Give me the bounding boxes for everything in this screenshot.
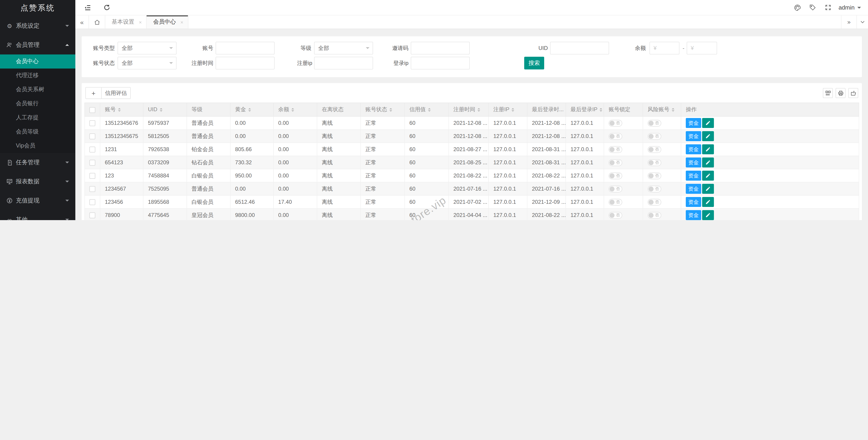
fund-button[interactable]: 资金 xyxy=(686,131,701,141)
sidebar-item-report-data[interactable]: 报表数据 xyxy=(0,172,75,191)
reg-ip-input[interactable] xyxy=(314,57,373,69)
column-header[interactable]: 最后登录IP xyxy=(566,103,604,117)
edit-button[interactable] xyxy=(702,131,714,141)
toggle-off-switch[interactable]: 否 xyxy=(609,159,622,166)
fund-button[interactable]: 资金 xyxy=(686,157,701,167)
column-header[interactable]: 余额 xyxy=(274,103,317,117)
tag-icon[interactable] xyxy=(805,0,820,15)
account-status-select[interactable]: 全部 xyxy=(118,57,177,69)
toggle-off-switch[interactable]: 否 xyxy=(609,172,622,179)
edit-button[interactable] xyxy=(702,157,714,167)
sidebar-subitem-agent-migration[interactable]: 代理迁移 xyxy=(0,68,75,83)
row-checkbox[interactable] xyxy=(89,212,95,218)
account-input[interactable] xyxy=(216,42,275,55)
column-header[interactable]: 黄金 xyxy=(230,103,274,117)
sidebar-subitem-member-tree[interactable]: 会员关系树 xyxy=(0,83,75,97)
sidebar-subitem-vip-member[interactable]: Vip会员 xyxy=(0,139,75,153)
collapse-sidebar-icon[interactable] xyxy=(80,0,95,15)
sort-icon[interactable] xyxy=(159,107,162,113)
row-checkbox[interactable] xyxy=(89,199,95,205)
toggle-off-switch[interactable]: 否 xyxy=(648,159,661,166)
home-tab-icon[interactable] xyxy=(89,15,105,29)
export-icon[interactable] xyxy=(848,88,858,98)
row-checkbox[interactable] xyxy=(89,147,95,153)
sort-icon[interactable] xyxy=(248,107,251,113)
sidebar-item-task-management[interactable]: 任务管理 xyxy=(0,153,75,172)
admin-dropdown[interactable]: admin xyxy=(838,4,861,11)
fund-button[interactable]: 资金 xyxy=(686,184,701,194)
column-header[interactable]: 风险账号 xyxy=(643,103,681,117)
fund-button[interactable]: 资金 xyxy=(686,197,701,207)
sidebar-item-recharge-withdraw[interactable]: 充值提现 xyxy=(0,191,75,210)
tab-close-icon[interactable]: × xyxy=(180,19,183,25)
invite-code-input[interactable] xyxy=(411,42,470,55)
level-select[interactable]: 全部 xyxy=(314,42,373,55)
balance-max-input[interactable] xyxy=(687,42,717,55)
toggle-off-switch[interactable]: 否 xyxy=(609,133,622,139)
uid-input[interactable] xyxy=(550,42,609,55)
sort-icon[interactable] xyxy=(291,107,294,113)
print-icon[interactable] xyxy=(836,88,845,98)
login-ip-input[interactable] xyxy=(411,57,470,69)
toggle-off-switch[interactable]: 否 xyxy=(648,185,661,192)
edit-button[interactable] xyxy=(702,144,714,154)
sort-icon[interactable] xyxy=(428,107,431,113)
column-header[interactable]: 信用值 xyxy=(405,103,448,117)
fund-button[interactable]: 资金 xyxy=(686,144,701,154)
add-member-button[interactable]: + xyxy=(85,87,102,99)
balance-min-input[interactable] xyxy=(649,42,679,55)
sort-icon[interactable] xyxy=(512,107,515,113)
sidebar-subitem-member-level[interactable]: 会员等级 xyxy=(0,125,75,139)
toggle-off-switch[interactable]: 否 xyxy=(648,120,661,126)
refresh-icon[interactable] xyxy=(99,0,114,15)
edit-button[interactable] xyxy=(702,197,714,207)
tab-1[interactable]: 基本设置× xyxy=(105,15,147,29)
toggle-off-switch[interactable]: 否 xyxy=(648,198,661,206)
edit-button[interactable] xyxy=(702,171,714,181)
toggle-off-switch[interactable]: 否 xyxy=(609,185,622,192)
sidebar-item-others[interactable]: ∞其他 xyxy=(0,210,75,220)
select-all-checkbox[interactable] xyxy=(89,107,95,113)
sidebar-item-system-settings[interactable]: ⚙系统设定 xyxy=(0,16,75,35)
toggle-off-switch[interactable]: 否 xyxy=(648,172,661,179)
credit-eval-button[interactable]: 信用评估 xyxy=(102,87,131,99)
tabs-scroll-right-icon[interactable]: » xyxy=(841,15,857,29)
sort-icon[interactable] xyxy=(390,107,392,113)
toggle-off-switch[interactable]: 否 xyxy=(648,133,661,139)
row-checkbox[interactable] xyxy=(89,120,95,126)
fund-button[interactable]: 资金 xyxy=(686,171,701,181)
tab-close-icon[interactable]: × xyxy=(139,19,142,25)
sort-icon[interactable] xyxy=(600,107,602,113)
tabs-menu-icon[interactable] xyxy=(857,15,868,29)
toggle-columns-icon[interactable] xyxy=(823,88,833,98)
row-checkbox[interactable] xyxy=(89,160,95,166)
edit-button[interactable] xyxy=(702,210,714,220)
fullscreen-icon[interactable] xyxy=(820,0,836,15)
column-header[interactable]: 最后登录时... xyxy=(527,103,566,117)
edit-button[interactable] xyxy=(702,118,714,128)
row-checkbox[interactable] xyxy=(89,133,95,139)
toggle-off-switch[interactable]: 否 xyxy=(609,146,622,153)
sidebar-subitem-manual-deposit[interactable]: 人工存提 xyxy=(0,111,75,125)
reg-time-input[interactable] xyxy=(216,57,275,69)
sidebar-item-member-management[interactable]: 会员管理 xyxy=(0,35,75,55)
toggle-off-switch[interactable]: 否 xyxy=(648,212,661,219)
sort-icon[interactable] xyxy=(672,107,675,113)
theme-palette-icon[interactable] xyxy=(789,0,805,15)
sidebar-subitem-member-center[interactable]: 会员中心 xyxy=(0,55,75,68)
account-type-select[interactable]: 全部 xyxy=(118,42,177,55)
row-checkbox[interactable] xyxy=(89,186,95,192)
column-header[interactable]: 注册时间 xyxy=(448,103,489,117)
search-button[interactable]: 搜索 xyxy=(524,57,544,69)
tab-2[interactable]: 会员中心× xyxy=(147,15,188,29)
sidebar-subitem-member-bank[interactable]: 会员银行 xyxy=(0,97,75,111)
column-header[interactable]: 账号 xyxy=(100,103,143,117)
sort-icon[interactable] xyxy=(477,107,480,113)
fund-button[interactable]: 资金 xyxy=(686,118,701,128)
toggle-off-switch[interactable]: 否 xyxy=(648,146,661,153)
toggle-off-switch[interactable]: 否 xyxy=(609,198,622,206)
row-checkbox[interactable] xyxy=(89,173,95,179)
column-header[interactable]: 账号状态 xyxy=(361,103,405,117)
tabs-scroll-left-icon[interactable]: « xyxy=(75,15,89,29)
column-header[interactable]: 注册IP xyxy=(489,103,527,117)
